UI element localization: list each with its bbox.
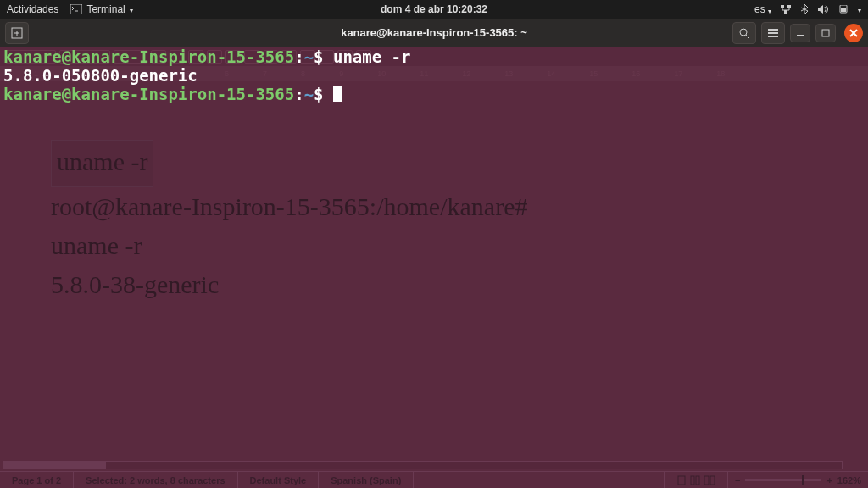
terminal-cursor (333, 86, 342, 102)
zoom-value[interactable]: 162% (837, 475, 861, 485)
close-icon (849, 29, 858, 37)
scrollbar-thumb[interactable] (4, 462, 106, 469)
terminal-icon (70, 4, 82, 14)
maximize-button[interactable] (815, 24, 836, 42)
zoom-slider[interactable] (745, 479, 821, 481)
gnome-top-panel: Actividades Terminal ▾ dom 4 de abr 10:2… (0, 0, 868, 19)
prompt-path: ~ (304, 47, 314, 66)
maximize-icon (821, 29, 830, 37)
svg-rect-23 (704, 476, 709, 485)
status-bar: Page 1 of 2 Selected: 2 words, 8 charact… (0, 471, 868, 488)
chevron-down-icon[interactable]: ▾ (858, 7, 861, 14)
svg-rect-22 (696, 476, 699, 485)
battery-icon[interactable] (837, 5, 849, 14)
svg-rect-21 (691, 476, 694, 485)
view-mode-buttons[interactable] (665, 472, 728, 488)
window-titlebar: kanare@kanare-Inspiron-15-3565: ~ (0, 19, 868, 47)
svg-rect-3 (787, 5, 791, 8)
svg-rect-20 (678, 476, 685, 485)
terminal-content: kanare@kanare-Inspiron-15-3565:~$ uname … (0, 47, 868, 103)
keyboard-layout-indicator[interactable]: es ▾ (754, 3, 771, 15)
window-title: kanare@kanare-Inspiron-15-3565: ~ (341, 26, 527, 39)
status-selection: Selected: 2 words, 8 characters (74, 472, 237, 488)
svg-point-11 (740, 29, 747, 36)
svg-line-12 (746, 35, 749, 38)
bluetooth-icon[interactable] (800, 3, 809, 15)
svg-rect-2 (781, 5, 784, 8)
view-multi-icon (690, 475, 700, 485)
activities-button[interactable]: Actividades (7, 3, 58, 15)
active-app-name: Terminal (86, 3, 125, 15)
search-icon (738, 27, 750, 39)
view-single-icon (676, 475, 687, 485)
status-language[interactable]: Spanish (Spain) (319, 472, 414, 488)
minimize-icon (796, 29, 804, 37)
zoom-out-icon[interactable]: − (735, 475, 740, 485)
zoom-control[interactable]: − + 162% (728, 475, 868, 485)
terminal-body[interactable]: kanare@kanare-Inspiron-15-3565:~$ uname … (0, 47, 868, 471)
hamburger-menu-button[interactable] (761, 22, 785, 44)
prompt-user: kanare@kanare-Inspiron-15-3565 (3, 47, 294, 66)
minimize-button[interactable] (790, 24, 810, 42)
chevron-down-icon: ▾ (130, 7, 133, 14)
new-tab-icon (11, 27, 23, 39)
command-text: uname -r (333, 47, 411, 66)
search-button[interactable] (732, 22, 756, 44)
hamburger-icon (767, 28, 779, 38)
svg-rect-17 (822, 30, 829, 36)
svg-rect-7 (841, 8, 846, 12)
close-button[interactable] (844, 24, 863, 42)
new-tab-button[interactable] (5, 22, 29, 44)
view-book-icon (704, 475, 715, 485)
svg-rect-4 (784, 10, 787, 14)
prompt-path: ~ (304, 85, 314, 103)
command-output: 5.8.0-050800-generic (3, 66, 198, 85)
status-style[interactable]: Default Style (238, 472, 320, 488)
horizontal-scrollbar[interactable] (3, 461, 843, 469)
panel-clock[interactable]: dom 4 de abr 10:20:32 (381, 3, 487, 15)
status-page[interactable]: Page 1 of 2 (0, 472, 74, 488)
svg-rect-0 (70, 4, 82, 14)
network-icon[interactable] (780, 4, 792, 14)
prompt-user: kanare@kanare-Inspiron-15-3565 (3, 85, 294, 103)
volume-icon[interactable] (817, 4, 829, 14)
zoom-in-icon[interactable]: + (826, 475, 832, 485)
svg-rect-24 (710, 476, 715, 485)
active-app-indicator[interactable]: Terminal ▾ (70, 3, 132, 15)
